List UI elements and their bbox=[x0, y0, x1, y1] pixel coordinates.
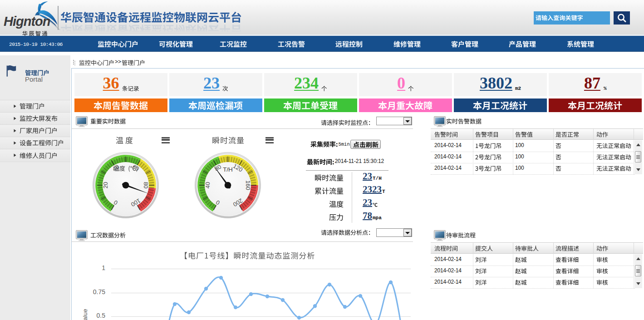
svg-text:160: 160 bbox=[245, 180, 251, 190]
svg-text:20: 20 bbox=[102, 182, 109, 188]
svg-text:80: 80 bbox=[143, 182, 149, 188]
svg-text:40: 40 bbox=[204, 182, 211, 188]
svg-text:T/H: T/H bbox=[223, 166, 233, 173]
